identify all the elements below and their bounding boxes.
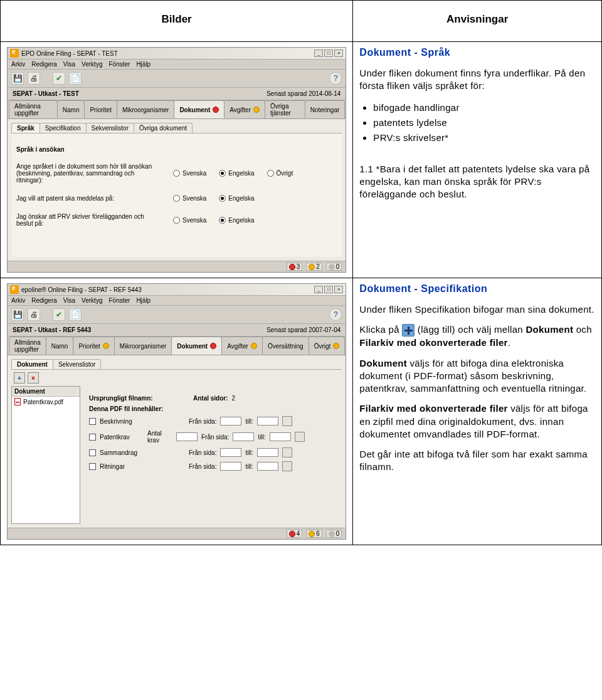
menu-item[interactable]: Hjälp [136, 297, 150, 304]
action-icon[interactable] [295, 432, 305, 442]
save-icon[interactable]: 💾 [11, 72, 24, 85]
menu-item[interactable]: Verktyg [82, 61, 102, 68]
tab-overs[interactable]: Översättning [262, 337, 309, 355]
radio-svenska-2[interactable]: Svenska [173, 195, 206, 202]
close-icon[interactable]: × [334, 50, 343, 57]
action-icon[interactable] [282, 447, 292, 457]
menu-item[interactable]: Arkiv [11, 297, 25, 304]
tab-dokument[interactable]: Dokument [171, 337, 222, 355]
from-input[interactable] [233, 432, 254, 441]
subtab-spec[interactable]: Specifikation [40, 123, 87, 133]
radio-svenska[interactable]: Svenska [173, 170, 206, 177]
subtab-sekv[interactable]: Sekvenslistor [53, 359, 101, 369]
doc-icon[interactable]: 📄 [69, 72, 82, 85]
menu-item[interactable]: Redigera [31, 297, 57, 304]
menu-item[interactable]: Fönster [108, 61, 130, 68]
help-icon[interactable]: ? [329, 72, 342, 85]
window-title: EPO Online Filing - SEPAT - TEST [21, 50, 118, 57]
tab-prioritet[interactable]: Prioritet [73, 337, 114, 355]
from-input[interactable] [220, 417, 241, 426]
action-icon[interactable] [282, 416, 292, 426]
radio-engelska-3[interactable]: Engelska [219, 217, 254, 224]
menu-item[interactable]: Visa [63, 297, 75, 304]
count-input[interactable] [176, 432, 198, 441]
pdf-icon [14, 398, 21, 405]
to-input[interactable] [270, 432, 291, 441]
tab-allmanna[interactable]: Allmänna uppgifter [9, 337, 46, 355]
subtab-sekv[interactable]: Sekvenslistor [86, 123, 134, 133]
menubar: Arkiv Redigera Visa Verktyg Fönster Hjäl… [8, 296, 346, 306]
checkbox[interactable] [89, 449, 96, 456]
error-badge-icon [210, 343, 216, 349]
subtab-dokument[interactable]: Dokument [11, 359, 53, 369]
instruction-2: Dokument - Specifikation Under fliken Sp… [353, 278, 602, 545]
close-icon[interactable]: × [334, 286, 343, 293]
remove-icon[interactable]: × [28, 372, 39, 384]
tab-mikro[interactable]: Mikroorganismer [114, 337, 172, 355]
radio-icon [173, 170, 180, 177]
maximize-icon[interactable]: □ [324, 286, 333, 293]
menu-item[interactable]: Verktyg [82, 297, 102, 304]
to-input[interactable] [257, 448, 278, 457]
check-icon[interactable]: ✔ [53, 308, 65, 321]
contains-label: Denna PDF fil innehåller: [89, 405, 163, 412]
action-icon[interactable] [282, 461, 292, 471]
menu-item[interactable]: Visa [63, 61, 75, 68]
checkbox[interactable] [89, 463, 96, 470]
tab-mikro[interactable]: Mikroorganismer [117, 100, 174, 118]
status-warn[interactable]: 2 [306, 263, 322, 271]
tab-allmanna[interactable]: Allmänna uppgifter [9, 100, 58, 118]
header-right: Anvisningar [353, 1, 602, 42]
tab-namn[interactable]: Namn [57, 100, 85, 118]
tab-prioritet[interactable]: Prioritet [84, 100, 117, 118]
tab-namn[interactable]: Namn [46, 337, 74, 355]
doc-icon[interactable]: 📄 [69, 308, 82, 321]
subtab-sprak[interactable]: Språk [11, 123, 40, 133]
tab-dokument[interactable]: Dokument [174, 100, 224, 118]
radio-engelska-2[interactable]: Engelska [219, 195, 254, 202]
status-warn[interactable]: 6 [306, 530, 322, 538]
radio-svenska-3[interactable]: Svenska [173, 217, 206, 224]
status-error[interactable]: 4 [287, 530, 303, 538]
tab-ovriga-tj[interactable]: Övriga tjänster [265, 100, 305, 118]
to-input[interactable] [257, 462, 278, 471]
help-icon[interactable]: ? [329, 308, 342, 321]
header-left: Bilder [1, 1, 353, 42]
check-icon[interactable]: ✔ [53, 72, 65, 85]
tab-avgifter[interactable]: Avgifter [224, 100, 265, 118]
status-error[interactable]: 3 [287, 263, 303, 271]
tab-avgifter[interactable]: Avgifter [221, 337, 263, 355]
instruction-1: Dokument - Språk Under fliken dokument f… [353, 42, 602, 278]
radio-icon [219, 217, 226, 224]
subtab-ovriga[interactable]: Övriga dokument [134, 123, 193, 133]
checkbox[interactable] [89, 434, 96, 441]
radio-engelska[interactable]: Engelska [219, 170, 254, 177]
to-input[interactable] [257, 417, 278, 426]
list-item[interactable]: Patentkrav.pdf [12, 397, 80, 407]
tab-ovrigt[interactable]: Övrigt [309, 337, 346, 355]
minimize-icon[interactable]: _ [314, 286, 323, 293]
field1-label: Ange språket i de dokument som hör till … [16, 163, 161, 184]
warning-badge-icon [251, 343, 257, 349]
status-bar: 4 6 0 [8, 528, 346, 539]
checkbox[interactable] [89, 418, 96, 425]
status-info[interactable]: 0 [326, 530, 342, 538]
save-icon[interactable]: 💾 [11, 308, 24, 321]
menu-item[interactable]: Redigera [31, 61, 57, 68]
list-toolbar: + × [11, 370, 342, 386]
print-icon[interactable]: 🖨 [28, 308, 40, 321]
menu-item[interactable]: Fönster [108, 297, 130, 304]
from-input[interactable] [220, 462, 241, 471]
add-icon[interactable]: + [14, 372, 25, 384]
maximize-icon[interactable]: □ [324, 50, 333, 57]
error-icon [289, 531, 295, 537]
minimize-icon[interactable]: _ [314, 50, 323, 57]
error-icon [289, 264, 295, 270]
print-icon[interactable]: 🖨 [28, 72, 40, 85]
tab-noteringar[interactable]: Noteringar [305, 100, 346, 118]
radio-ovrigt[interactable]: Övrigt [267, 170, 293, 177]
status-info[interactable]: 0 [326, 263, 342, 271]
menu-item[interactable]: Arkiv [11, 61, 25, 68]
from-input[interactable] [220, 448, 241, 457]
menu-item[interactable]: Hjälp [136, 61, 150, 68]
